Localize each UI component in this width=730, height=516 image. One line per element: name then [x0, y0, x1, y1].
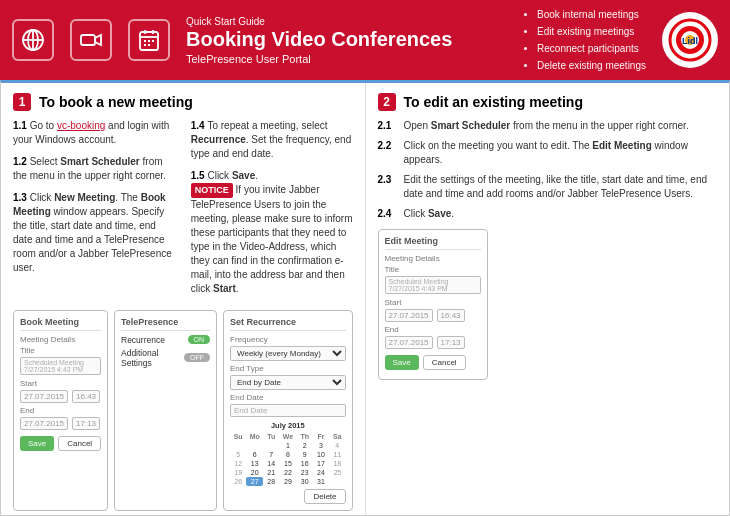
edit-title-label: Title	[385, 265, 481, 274]
bullet-3: Reconnect participants	[537, 40, 646, 57]
bullet-2: Edit existing meetings	[537, 23, 646, 40]
book-meeting-panel: Book Meeting Meeting Details Title Sched…	[13, 310, 108, 511]
section-book-meeting: 1 To book a new meeting 1.1 Go to vc-boo…	[1, 83, 366, 515]
recurrence-row: Recurrence ON	[121, 335, 210, 345]
additional-toggle[interactable]: OFF	[184, 353, 210, 362]
edit-meeting-panel: Edit Meeting Meeting Details Title Sched…	[378, 229, 488, 380]
edit-panel-title: Edit Meeting	[385, 236, 481, 250]
book-save-button[interactable]: Save	[20, 436, 54, 451]
section1-steps: 1.1 Go to vc-booking and login with your…	[13, 119, 353, 304]
recurrence-toggle[interactable]: ON	[188, 335, 211, 344]
section2-steps: 2.1 Open Smart Scheduler from the menu i…	[378, 119, 718, 221]
start-time[interactable]: 16:43	[72, 390, 100, 403]
cal-row-4: 19202122232425	[230, 468, 345, 477]
calendar-icon	[128, 19, 170, 61]
end-date[interactable]: 27.07.2015	[20, 417, 68, 430]
step-1-1: 1.1 Go to vc-booking and login with your…	[13, 119, 175, 147]
section2-title: To edit an existing meeting	[404, 94, 583, 110]
steps-col-right: 1.4 To repeat a meeting, select Recurren…	[191, 119, 353, 304]
edit-end-date[interactable]: 27.07.2015	[385, 336, 433, 349]
start-row: 27.07.2015 16:43	[20, 390, 101, 403]
telepresence-title: TelePresence	[121, 317, 210, 331]
book-buttons: Save Cancel	[20, 436, 101, 451]
enddate-label: End Date	[230, 393, 345, 402]
header-icons	[12, 19, 170, 61]
header-bullets: Book internal meetings Edit existing mee…	[523, 6, 646, 74]
end-label: End	[20, 406, 101, 415]
steps-col-left: 1.1 Go to vc-booking and login with your…	[13, 119, 175, 304]
mini-calendar: July 2015 Su Mo Tu We Th Fr Sa 1234	[230, 421, 345, 486]
header-text: Quick Start Guide Booking Video Conferen…	[186, 16, 523, 65]
edit-end-row: 27.07.2015 17:13	[385, 336, 481, 349]
step-2-3: 2.3 Edit the settings of the meeting, li…	[378, 173, 718, 201]
step-1-4: 1.4 To repeat a meeting, select Recurren…	[191, 119, 353, 161]
edit-save-button[interactable]: Save	[385, 355, 419, 370]
notice-badge: NOTICE	[191, 183, 233, 198]
bullet-1: Book internal meetings	[537, 6, 646, 23]
section1-header: 1 To book a new meeting	[13, 93, 353, 111]
additional-row: Additional Settings OFF	[121, 348, 210, 368]
edit-start-date[interactable]: 27.07.2015	[385, 309, 433, 322]
edit-start-row: 27.07.2015 16:43	[385, 309, 481, 322]
step-2-2: 2.2 Click on the meeting you want to edi…	[378, 139, 718, 167]
recurrence-panel: Set Recurrence Frequency Weekly (every M…	[223, 310, 352, 511]
telepresence-panel: TelePresence Recurrence ON Additional Se…	[114, 310, 217, 511]
cal-row-1: 1234	[230, 441, 345, 450]
book-cancel-button[interactable]: Cancel	[58, 436, 101, 451]
bullet-4: Delete existing meetings	[537, 57, 646, 74]
end-type-select[interactable]: End by Date	[230, 375, 345, 390]
svg-text:Lidl: Lidl	[682, 36, 698, 46]
quick-start-label: Quick Start Guide	[186, 16, 523, 27]
globe-icon	[12, 19, 54, 61]
section1-title: To book a new meeting	[39, 94, 193, 110]
svg-rect-4	[81, 35, 95, 45]
edit-mockup-container: Edit Meeting Meeting Details Title Sched…	[378, 229, 718, 380]
delete-button[interactable]: Delete	[304, 489, 345, 504]
step-1-2: 1.2 Select Smart Scheduler from the menu…	[13, 155, 175, 183]
svg-marker-5	[95, 35, 101, 45]
step-2-1: 2.1 Open Smart Scheduler from the menu i…	[378, 119, 718, 133]
cal-row-2: 567891011	[230, 450, 345, 459]
meeting-details-label: Meeting Details	[20, 335, 101, 344]
step-1-3: 1.3 Click New Meeting. The Book Meeting …	[13, 191, 175, 275]
recurrence-label: Recurrence	[121, 335, 165, 345]
header-title: Booking Video Conferences	[186, 27, 523, 51]
frequency-select[interactable]: Weekly (every Monday)	[230, 346, 345, 361]
edit-start-time[interactable]: 16:43	[437, 309, 465, 322]
edit-cancel-button[interactable]: Cancel	[423, 355, 466, 370]
section-edit-meeting: 2 To edit an existing meeting 2.1 Open S…	[366, 83, 730, 515]
edit-end-time[interactable]: 17:13	[437, 336, 465, 349]
title-field-label: Title	[20, 346, 101, 355]
cal-row-5: 262728293031	[230, 477, 345, 486]
edit-title-input[interactable]: Scheduled Meeting 7/27/2015 4:43 PM	[385, 276, 481, 294]
start-date[interactable]: 27.07.2015	[20, 390, 68, 403]
edit-end-label: End	[385, 325, 481, 334]
edit-meeting-details-label: Meeting Details	[385, 254, 481, 263]
section1-num: 1	[13, 93, 31, 111]
start-label: Start	[20, 379, 101, 388]
mockup-panels-section1: Book Meeting Meeting Details Title Sched…	[13, 310, 353, 511]
title-input[interactable]: Scheduled Meeting 7/27/2015 4:43 PM	[20, 357, 101, 375]
freq-label: Frequency	[230, 335, 345, 344]
step-1-5: 1.5 Click Save. NOTICE If you invite Jab…	[191, 169, 353, 296]
step-2-4: 2.4 Click Save.	[378, 207, 718, 221]
end-time[interactable]: 17:13	[72, 417, 100, 430]
header: Quick Start Guide Booking Video Conferen…	[0, 0, 730, 80]
end-date-input[interactable]: End Date	[230, 404, 345, 417]
edit-start-label: Start	[385, 298, 481, 307]
cal-row-3: 12131415161718	[230, 459, 345, 468]
cal-month: July 2015	[230, 421, 345, 430]
lidl-logo: Lidl	[662, 12, 718, 68]
main-content: 1 To book a new meeting 1.1 Go to vc-boo…	[0, 80, 730, 516]
section2-header: 2 To edit an existing meeting	[378, 93, 718, 111]
vc-booking-link[interactable]: vc-booking	[57, 120, 105, 131]
header-subtitle: TelePresence User Portal	[186, 53, 523, 65]
edit-buttons: Save Cancel	[385, 355, 481, 370]
endtype-label: End Type	[230, 364, 345, 373]
recurrence-panel-title: Set Recurrence	[230, 317, 345, 331]
end-row: 27.07.2015 17:13	[20, 417, 101, 430]
additional-label: Additional Settings	[121, 348, 180, 368]
video-camera-icon	[70, 19, 112, 61]
cal-table: Su Mo Tu We Th Fr Sa 1234 567891011	[230, 432, 345, 486]
book-panel-title: Book Meeting	[20, 317, 101, 331]
